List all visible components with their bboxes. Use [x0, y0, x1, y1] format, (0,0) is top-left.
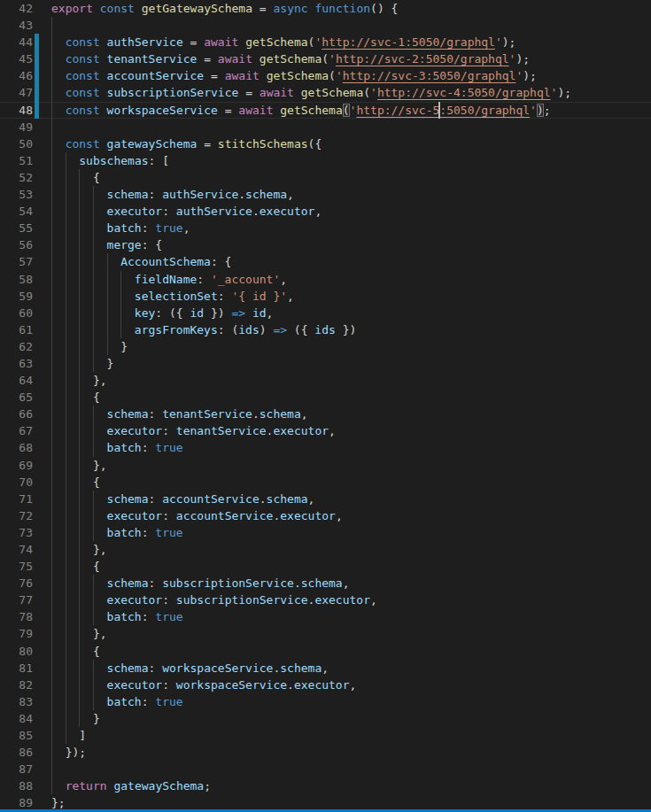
line-number[interactable]: 47 [0, 84, 33, 101]
line-number[interactable]: 87 [0, 761, 33, 777]
code-line[interactable]: 50const gatewaySchema = stitchSchemas({ [0, 135, 651, 152]
line-number[interactable]: 75 [0, 558, 33, 575]
line-number[interactable]: 88 [0, 777, 33, 794]
code-line[interactable]: 87 [0, 761, 651, 777]
code-line[interactable]: 65{ [0, 389, 651, 406]
code-line[interactable]: 55batch: true, [0, 220, 651, 236]
code-line[interactable]: 49 [0, 119, 651, 135]
line-number[interactable]: 65 [0, 389, 33, 406]
line-number[interactable]: 43 [0, 17, 33, 34]
line-number[interactable]: 72 [0, 507, 33, 524]
line-number[interactable]: 49 [0, 119, 33, 135]
line-number[interactable]: 77 [0, 592, 33, 608]
code-line[interactable]: 80{ [0, 643, 651, 660]
line-number[interactable]: 79 [0, 625, 33, 642]
line-number[interactable]: 82 [0, 677, 33, 693]
git-modified-indicator[interactable] [35, 102, 39, 119]
line-number[interactable]: 57 [0, 253, 33, 270]
line-number[interactable]: 83 [0, 693, 33, 710]
code-line[interactable]: 74}, [0, 541, 651, 558]
git-modified-indicator[interactable] [35, 84, 39, 101]
code-line[interactable]: 66schema: tenantService.schema, [0, 406, 651, 422]
git-modified-indicator[interactable] [35, 67, 39, 84]
line-number[interactable]: 60 [0, 305, 33, 321]
line-number[interactable]: 81 [0, 660, 33, 677]
line-number[interactable]: 46 [0, 67, 33, 84]
code-line[interactable]: 88return gatewaySchema; [0, 777, 651, 794]
code-line[interactable]: 60key: ({ id }) => id, [0, 305, 651, 321]
code-line[interactable]: 63} [0, 355, 651, 372]
line-number[interactable]: 68 [0, 439, 33, 456]
line-number[interactable]: 66 [0, 406, 33, 422]
code-line[interactable]: 78batch: true [0, 608, 651, 625]
line-number[interactable]: 78 [0, 608, 33, 625]
line-number[interactable]: 63 [0, 355, 33, 372]
code-line[interactable]: 67executor: tenantService.executor, [0, 422, 651, 439]
line-number[interactable]: 69 [0, 457, 33, 474]
line-number[interactable]: 55 [0, 220, 33, 236]
line-number[interactable]: 52 [0, 169, 33, 186]
code-line[interactable]: 56merge: { [0, 236, 651, 253]
code-line[interactable]: 59selectionSet: '{ id }', [0, 288, 651, 305]
code-line[interactable]: 71schema: accountService.schema, [0, 491, 651, 507]
code-line[interactable]: 81schema: workspaceService.schema, [0, 660, 651, 677]
code-line[interactable]: 51subschemas: [ [0, 152, 651, 169]
line-number[interactable]: 73 [0, 524, 33, 541]
line-number[interactable]: 45 [0, 50, 33, 67]
line-number[interactable]: 76 [0, 575, 33, 592]
line-number[interactable]: 51 [0, 152, 33, 169]
line-number[interactable]: 86 [0, 744, 33, 761]
line-number[interactable]: 70 [0, 474, 33, 491]
code-line[interactable]: 44const authService = await getSchema('h… [0, 34, 651, 50]
line-number[interactable]: 85 [0, 727, 33, 744]
git-modified-indicator[interactable] [35, 50, 39, 67]
code-line[interactable]: 64}, [0, 372, 651, 389]
code-line[interactable]: 58fieldName: '_account', [0, 271, 651, 288]
code-line[interactable]: 46const accountService = await getSchema… [0, 67, 651, 84]
code-line[interactable]: 83batch: true [0, 693, 651, 710]
code-line[interactable]: 82executor: workspaceService.executor, [0, 677, 651, 693]
line-number[interactable]: 54 [0, 203, 33, 220]
line-number[interactable]: 80 [0, 643, 33, 660]
line-number[interactable]: 71 [0, 491, 33, 507]
line-number[interactable]: 84 [0, 710, 33, 727]
line-number[interactable]: 44 [0, 34, 33, 50]
line-number[interactable]: 67 [0, 422, 33, 439]
code-line[interactable]: 75{ [0, 558, 651, 575]
code-editor[interactable]: 42export const getGatewaySchema = async … [0, 0, 651, 812]
code-line[interactable]: 53schema: authService.schema, [0, 186, 651, 203]
code-line[interactable]: 84} [0, 710, 651, 727]
line-number[interactable]: 62 [0, 338, 33, 355]
code-line[interactable]: 72executor: accountService.executor, [0, 507, 651, 524]
code-line[interactable]: 61argsFromKeys: (ids) => ({ ids }) [0, 321, 651, 338]
code-line[interactable]: 43 [0, 17, 651, 34]
line-number[interactable]: 61 [0, 321, 33, 338]
line-number[interactable]: 56 [0, 236, 33, 253]
line-number[interactable]: 74 [0, 541, 33, 558]
line-number[interactable]: 48 [0, 102, 33, 119]
code-line[interactable]: 57AccountSchema: { [0, 253, 651, 270]
line-number[interactable]: 42 [0, 0, 33, 17]
code-line-current[interactable]: 48const workspaceService = await getSche… [0, 102, 651, 119]
line-number[interactable]: 50 [0, 135, 33, 152]
code-line[interactable]: 54executor: authService.executor, [0, 203, 651, 220]
line-number[interactable]: 59 [0, 288, 33, 305]
code-line[interactable]: 68batch: true [0, 439, 651, 456]
code-line[interactable]: 52{ [0, 169, 651, 186]
code-line[interactable]: 42export const getGatewaySchema = async … [0, 0, 651, 17]
code-line[interactable]: 77executor: subscriptionService.executor… [0, 592, 651, 608]
code-line[interactable]: 47const subscriptionService = await getS… [0, 84, 651, 101]
code-line[interactable]: 86}); [0, 744, 651, 761]
git-modified-indicator[interactable] [35, 34, 39, 50]
code-line[interactable]: 79}, [0, 625, 651, 642]
line-number[interactable]: 64 [0, 372, 33, 389]
line-number[interactable]: 58 [0, 271, 33, 288]
code-line[interactable]: 85] [0, 727, 651, 744]
code-line[interactable]: 76schema: subscriptionService.schema, [0, 575, 651, 592]
code-line[interactable]: 73batch: true [0, 524, 651, 541]
code-line[interactable]: 62} [0, 338, 651, 355]
code-line[interactable]: 45const tenantService = await getSchema(… [0, 50, 651, 67]
code-line[interactable]: 69}, [0, 457, 651, 474]
line-number[interactable]: 53 [0, 186, 33, 203]
code-line[interactable]: 70{ [0, 474, 651, 491]
